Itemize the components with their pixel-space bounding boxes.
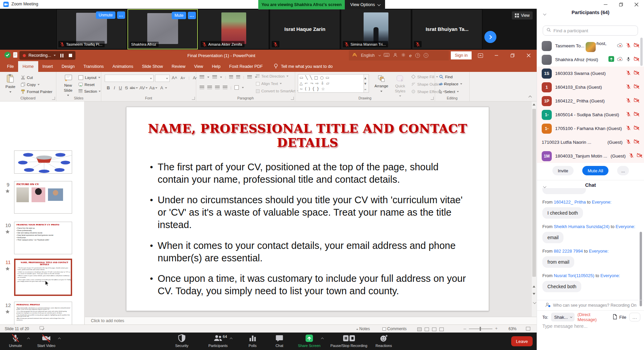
increase-indent-button[interactable] <box>236 75 240 79</box>
stop-recording-button[interactable] <box>69 54 72 57</box>
tab-review[interactable]: Review <box>167 61 190 72</box>
align-left-button[interactable] <box>200 86 204 90</box>
next-slide-button[interactable] <box>533 293 535 295</box>
chat-recipient[interactable]: Everyone: <box>600 273 620 278</box>
video-tile[interactable]: Israt Haque Zarin <box>270 9 340 49</box>
participant-search[interactable] <box>543 26 638 36</box>
tab-view[interactable]: View <box>190 61 208 72</box>
chat-recipient[interactable]: Everyone: <box>615 224 635 229</box>
align-text-button[interactable]: Align Text <box>256 82 282 86</box>
comments-toggle[interactable]: Comments <box>382 326 407 331</box>
participant-row[interactable]: 1-1705100 - Farhana Khan (Guest) <box>537 122 644 135</box>
zoom-out-button[interactable]: – <box>464 326 466 331</box>
chat-input[interactable] <box>542 323 640 329</box>
notes-toggle[interactable]: Notes <box>356 326 370 331</box>
tile-mute-button[interactable]: Unmute <box>96 11 115 19</box>
chat-bubble[interactable]: I checked both <box>542 207 583 219</box>
font-style-u[interactable]: U <box>117 85 123 90</box>
slide-thumbnail[interactable] <box>14 150 72 174</box>
chat-more-button[interactable]: ... <box>629 313 640 321</box>
video-tile[interactable]: Amana Akter Zenifa <box>199 9 269 49</box>
chat-sender[interactable]: 1604122_ Pritha <box>554 200 586 205</box>
chat-bubble[interactable]: from email <box>542 256 574 268</box>
video-tile[interactable]: Unmute...Tasmeem Towfiq Pi... <box>56 9 127 49</box>
chevron-down-icon[interactable] <box>54 55 56 56</box>
mute-all-button[interactable]: Mute All <box>582 166 608 175</box>
sign-in-button[interactable]: Sign in <box>451 51 472 59</box>
find-button[interactable]: Find <box>439 75 452 79</box>
decrease-indent-button[interactable] <box>229 75 233 79</box>
text-direction-button[interactable]: Text Direction <box>256 74 288 78</box>
paragraph-dialog-launcher[interactable] <box>291 97 294 100</box>
slide-bullet[interactable]: Under no circumstances should you title … <box>150 194 467 231</box>
bullets-button[interactable] <box>200 75 204 79</box>
fit-to-window-button[interactable] <box>526 327 530 331</box>
slide-thumbnail[interactable]: FRAMING YOUR PERFECT CV PHOTO• Frame fro… <box>14 222 72 254</box>
toolbar-start-video[interactable]: Start Video <box>26 334 66 348</box>
chat-recipient[interactable]: Everyone: <box>592 200 611 205</box>
shape-fill-button[interactable]: Shape Fill <box>411 75 438 79</box>
chevron-up-icon[interactable] <box>321 337 323 341</box>
tab-help[interactable]: Help <box>208 61 225 72</box>
leave-button[interactable]: Leave <box>511 336 533 346</box>
participant-row[interactable]: 1M1804033_Tanjum Motin ...(Guest) <box>537 149 644 163</box>
shapes-gallery[interactable]: ▭╲╲□○▭△⌐¬⇨⇩▱~(){}☆▲▼≡ <box>298 74 369 93</box>
language-status-icon[interactable] <box>40 326 45 332</box>
chat-bubble[interactable]: Checked both <box>542 281 581 292</box>
paste-button[interactable]: Paste <box>2 74 19 94</box>
clipboard-dialog-launcher[interactable] <box>52 97 55 100</box>
chevron-down-icon[interactable] <box>378 54 381 56</box>
justify-button[interactable] <box>223 86 227 90</box>
participant-row[interactable]: Shakhira Afroz (Host) <box>537 53 644 67</box>
ppt-minimize-button[interactable] <box>488 50 504 61</box>
gear-icon[interactable] <box>401 53 406 58</box>
person-icon[interactable] <box>393 53 397 58</box>
info-icon[interactable]: i <box>424 53 428 58</box>
zoom-percentage[interactable]: 63% <box>508 326 517 331</box>
tab-insert[interactable]: Insert <box>38 61 57 72</box>
toolbar-participants[interactable]: Participants64 <box>198 334 238 348</box>
chat-privacy-note[interactable]: Who can see your messages? Recording On <box>537 300 644 311</box>
tab-home[interactable]: Home <box>18 61 38 72</box>
font-style-i[interactable]: I <box>111 85 117 90</box>
font-style-av[interactable]: AV <box>139 85 145 90</box>
toolbar-share-screen[interactable]: Share Screen <box>289 334 329 348</box>
language-label[interactable]: English <box>361 53 375 58</box>
cut-button[interactable]: Cut <box>21 75 33 80</box>
align-right-button[interactable] <box>215 86 220 90</box>
drawing-dialog-launcher[interactable] <box>431 97 434 100</box>
font-style-b[interactable]: B <box>105 85 111 90</box>
notes-pane[interactable]: Click to add notes <box>85 317 537 324</box>
slide-scrollbar[interactable] <box>531 101 537 317</box>
copy-button[interactable]: Copy <box>21 82 40 87</box>
slide-bullet[interactable]: When it comes to your contact details, y… <box>150 239 467 264</box>
section-button[interactable]: Section <box>78 89 101 93</box>
numbering-button[interactable] <box>212 75 217 79</box>
view-options-button[interactable]: View Options <box>345 0 385 9</box>
file-button[interactable]: File <box>612 314 626 320</box>
pause-recording-button[interactable] <box>60 54 63 57</box>
video-tile[interactable]: Mute...Shakhira Afroz <box>127 9 198 49</box>
tile-mute-button[interactable]: Mute <box>172 12 186 19</box>
align-center-button[interactable] <box>207 86 212 90</box>
quick-styles-button[interactable]: Quick Styles <box>392 75 409 98</box>
participant-row[interactable]: 1710023 Lutfia Naorin ...(Guest) <box>537 135 644 149</box>
font-style-a[interactable]: A <box>159 85 165 90</box>
language-bar[interactable]: English e ? i <box>349 50 449 60</box>
ribbon-display-options-button[interactable] <box>472 50 488 61</box>
chevron-up-icon[interactable] <box>58 337 60 341</box>
participant-row[interactable]: 1S1603033 Swarna (Guest) <box>537 67 644 80</box>
tab-animations[interactable]: Animations <box>108 61 138 72</box>
tell-me-box[interactable]: Tell me what you want to do <box>274 61 332 72</box>
help-icon[interactable]: ? <box>415 53 420 58</box>
slide-body[interactable]: The first part of your CV, positioned at… <box>150 161 467 305</box>
chat-sender[interactable]: Nusrat Tori(1105025) <box>554 273 594 278</box>
line-spacing-button[interactable] <box>247 75 252 79</box>
zoom-in-button[interactable]: + <box>495 326 498 331</box>
tab-transitions[interactable]: Transitions <box>79 61 108 72</box>
clear-formatting-button[interactable]: A̷ <box>193 75 196 80</box>
font-dialog-launcher[interactable] <box>192 97 195 100</box>
slide-bullet[interactable]: Once upon a time, it was customary to in… <box>150 272 467 297</box>
participant-row[interactable]: 1P1604122_ Pritha (Guest) <box>537 94 644 108</box>
tab-slide-show[interactable]: Slide Show <box>138 61 167 72</box>
